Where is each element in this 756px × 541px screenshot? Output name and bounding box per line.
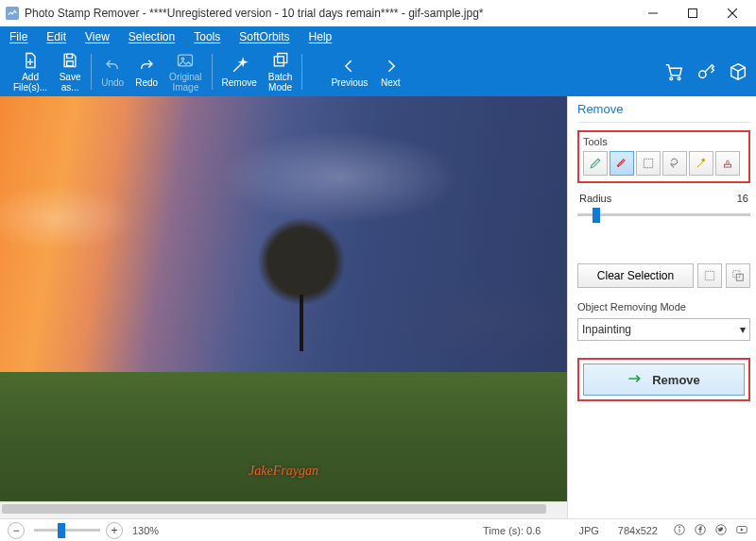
redo-button[interactable]: Redo: [129, 55, 163, 90]
batch-icon: [271, 51, 290, 70]
image-icon: [176, 51, 195, 70]
remove-label-toolbar: Remove: [222, 77, 257, 88]
svg-rect-17: [725, 164, 731, 167]
batch-mode-button[interactable]: Batch Mode: [263, 49, 299, 94]
main-area: JakeFraygan Remove Tools Radius 16 Clear: [0, 96, 756, 518]
save-as-label: Save as...: [60, 72, 81, 93]
previous-button[interactable]: Previous: [325, 55, 373, 90]
arrow-left-icon: [340, 57, 359, 76]
svg-rect-2: [689, 9, 697, 18]
remove-highlight-box: Remove: [577, 358, 750, 401]
status-bar: − + 130% Time (s): 0.6 JPG 784x522: [0, 518, 756, 541]
redo-icon: [137, 57, 156, 76]
canvas-zone: JakeFraygan: [0, 96, 567, 518]
close-button[interactable]: [713, 0, 752, 26]
mode-value: Inpainting: [582, 323, 631, 336]
toolbar-separator: [301, 54, 302, 90]
panel-divider: [577, 122, 750, 123]
tool-rectangle-select[interactable]: [636, 151, 661, 176]
twitter-icon[interactable]: [714, 523, 728, 538]
menu-file[interactable]: File: [2, 28, 35, 45]
window-title: Photo Stamp Remover - ****Unregistered v…: [25, 7, 633, 20]
undo-button[interactable]: Undo: [95, 55, 129, 90]
horizontal-scrollbar[interactable]: [0, 501, 567, 515]
window-controls: [633, 0, 752, 26]
clear-selection-button[interactable]: Clear Selection: [577, 263, 694, 288]
tool-magic-wand[interactable]: [689, 151, 713, 176]
minimize-button[interactable]: [633, 0, 673, 26]
svg-point-10: [182, 58, 185, 60]
svg-rect-8: [67, 61, 74, 66]
menu-softorbits[interactable]: SoftOrbits: [232, 28, 297, 45]
tools-label: Tools: [583, 136, 745, 147]
undo-label: Undo: [101, 77, 124, 88]
toolbar-right: [663, 61, 748, 82]
toolbar-separator: [212, 54, 213, 90]
undo-icon: [103, 57, 122, 76]
tool-pencil[interactable]: [583, 151, 608, 176]
menu-edit[interactable]: Edit: [39, 28, 74, 45]
remove-action-label: Remove: [652, 373, 700, 387]
zoom-slider[interactable]: [34, 529, 100, 532]
svg-point-15: [699, 71, 706, 77]
wand-icon: [230, 57, 249, 76]
select-none-button[interactable]: [697, 263, 722, 288]
watermark-text: JakeFraygan: [249, 464, 318, 479]
menu-bar: File Edit View Selection Tools SoftOrbit…: [0, 26, 756, 47]
arrow-right-icon: [381, 57, 400, 76]
tool-brush[interactable]: [610, 151, 634, 176]
cart-icon[interactable]: [663, 61, 684, 82]
format-value: JPG: [578, 525, 598, 536]
previous-label: Previous: [331, 77, 368, 88]
size-value: 784x522: [618, 525, 658, 536]
menu-tools[interactable]: Tools: [186, 28, 228, 45]
add-files-label: Add File(s)...: [13, 72, 47, 93]
menu-selection[interactable]: Selection: [121, 28, 182, 45]
svg-rect-12: [277, 54, 286, 63]
tool-row: [583, 151, 745, 176]
svg-point-13: [670, 77, 673, 80]
side-panel: Remove Tools Radius 16 Clear Selection: [567, 96, 756, 518]
key-icon[interactable]: [696, 61, 716, 82]
tool-clone-stamp[interactable]: [715, 151, 740, 176]
svg-rect-11: [274, 57, 284, 66]
remove-button-toolbar[interactable]: Remove: [216, 55, 263, 90]
remove-action-button[interactable]: Remove: [583, 363, 745, 396]
facebook-icon[interactable]: [694, 523, 707, 538]
batch-mode-label: Batch Mode: [268, 72, 293, 93]
ground-bg: [0, 372, 567, 501]
select-all-button[interactable]: [726, 263, 750, 288]
save-icon: [60, 51, 79, 70]
original-image-button[interactable]: Original Image: [163, 49, 207, 94]
menu-view[interactable]: View: [77, 28, 117, 45]
tools-highlight-box: Tools: [577, 130, 750, 183]
add-files-button[interactable]: Add File(s)...: [8, 49, 53, 94]
mode-dropdown[interactable]: Inpainting ▾: [577, 318, 750, 341]
next-label: Next: [381, 77, 401, 88]
file-plus-icon: [21, 51, 40, 70]
chevron-down-icon: ▾: [740, 323, 746, 336]
info-icon[interactable]: [673, 523, 686, 538]
svg-rect-7: [67, 54, 73, 58]
svg-point-14: [678, 77, 680, 80]
svg-rect-16: [644, 159, 652, 167]
youtube-icon[interactable]: [735, 523, 748, 538]
svg-point-23: [679, 526, 679, 527]
menu-help[interactable]: Help: [301, 28, 340, 45]
save-as-button[interactable]: Save as...: [53, 49, 87, 94]
radius-slider[interactable]: [577, 213, 750, 216]
app-icon: [6, 7, 19, 20]
image-canvas[interactable]: JakeFraygan: [0, 96, 567, 501]
tree-graphic: [249, 210, 353, 351]
cube-icon[interactable]: [728, 61, 748, 82]
tool-lasso[interactable]: [662, 151, 687, 176]
mode-label: Object Removing Mode: [577, 301, 750, 313]
maximize-button[interactable]: [673, 0, 713, 26]
title-bar: Photo Stamp Remover - ****Unregistered v…: [0, 0, 756, 26]
zoom-value: 130%: [132, 525, 159, 536]
zoom-in-button[interactable]: +: [106, 522, 123, 539]
radius-label: Radius: [579, 193, 611, 204]
next-button[interactable]: Next: [373, 55, 407, 90]
time-value: Time (s): 0.6: [483, 525, 541, 536]
zoom-out-button[interactable]: −: [8, 522, 25, 539]
